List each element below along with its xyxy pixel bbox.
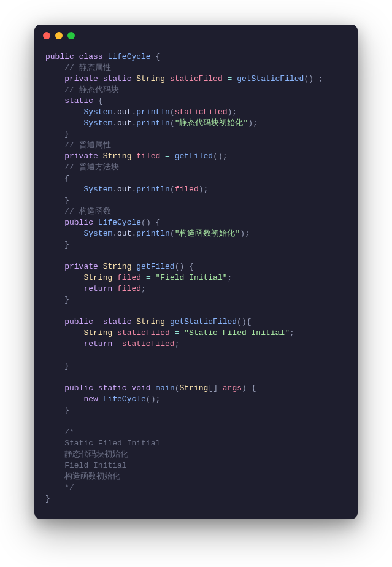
token-mem: out — [117, 185, 131, 194]
token-fn: println — [136, 107, 170, 117]
token-op: = — [165, 152, 170, 161]
token-pn: ) — [240, 229, 245, 238]
code-window: public class LifeCycle { // 静态属性 private… — [34, 25, 358, 519]
token-kw: public — [64, 218, 93, 227]
token-fn: println — [136, 118, 170, 128]
token-cmt: // 静态代码块 — [64, 85, 118, 94]
token-typ: String — [83, 328, 112, 338]
token-cls: getFiled — [136, 262, 174, 271]
token-pn: ] — [213, 384, 218, 393]
token-fn: println — [136, 229, 170, 238]
token-pn: ( — [141, 218, 146, 227]
token-br: { — [156, 218, 161, 227]
token-cmt: 构造函数初始化 — [64, 472, 120, 481]
token-kw: return — [83, 284, 112, 293]
token-br: { — [155, 52, 160, 61]
token-pn: ; — [228, 273, 233, 282]
token-pn: ( — [170, 229, 175, 238]
token-op: = — [146, 273, 151, 282]
token-kw: static — [103, 317, 132, 326]
token-cls: LifeCycle — [107, 52, 150, 61]
token-fn: getFiled — [175, 152, 213, 161]
token-kw: private — [64, 74, 98, 83]
window-titlebar — [34, 25, 358, 47]
token-kw: public — [64, 317, 93, 326]
token-br: { — [64, 174, 69, 183]
token-cmt: // 普通方法块 — [64, 163, 118, 172]
token-var: filed — [136, 152, 160, 161]
token-mem: out — [117, 118, 131, 128]
token-cmt: Static Filed Initial — [64, 439, 160, 448]
token-pn: . — [112, 107, 117, 117]
token-pn: ; — [253, 118, 258, 128]
token-kw: public — [45, 52, 74, 61]
token-pn: [ — [208, 384, 213, 393]
token-kw: return — [83, 339, 112, 349]
token-typ: String — [136, 74, 165, 83]
token-var: staticFiled — [170, 74, 223, 83]
token-var: staticFiled — [175, 107, 228, 117]
token-pn: ; — [204, 185, 209, 194]
close-icon[interactable] — [43, 32, 50, 39]
token-pn: ; — [318, 74, 323, 83]
token-pn: . — [112, 118, 117, 128]
token-cmt: */ — [64, 483, 74, 492]
token-kw: class — [79, 52, 103, 61]
token-op: = — [175, 328, 180, 338]
token-pn: ( — [237, 317, 242, 326]
token-cls: LifeCycle — [98, 218, 141, 227]
token-br: { — [247, 317, 252, 326]
token-var: args — [223, 384, 242, 393]
token-pn: . — [112, 185, 117, 194]
token-var: filed — [117, 284, 141, 293]
token-br: { — [98, 96, 103, 106]
token-pn: ; — [223, 152, 228, 161]
token-kw: private — [64, 152, 98, 161]
token-cmt: 静态代码块初始化 — [64, 450, 128, 459]
maximize-icon[interactable] — [67, 32, 75, 39]
token-pn: ) — [146, 218, 151, 227]
token-pn: ; — [232, 107, 237, 117]
token-fn: println — [136, 185, 170, 194]
token-str: "Static Filed Initial" — [184, 328, 290, 338]
token-obj: System — [83, 118, 112, 128]
token-pn: ) — [242, 384, 247, 393]
minimize-icon[interactable] — [55, 32, 63, 39]
token-cmt: /* — [64, 428, 74, 437]
token-op: = — [228, 74, 233, 83]
token-pn: ; — [175, 339, 180, 349]
token-br: } — [64, 406, 69, 415]
token-obj: System — [83, 107, 112, 117]
token-pn: ( — [175, 262, 180, 271]
token-pn: ( — [170, 185, 175, 194]
token-pn: . — [112, 229, 117, 238]
token-typ: String — [103, 262, 132, 271]
token-kw: static — [98, 384, 127, 393]
token-kw: static — [103, 74, 132, 83]
token-fn: getStaticFiled — [237, 74, 304, 83]
token-kw: static — [64, 96, 93, 106]
token-cmt: // 普通属性 — [64, 141, 110, 150]
token-pn: ( — [213, 152, 218, 161]
token-br: { — [252, 384, 256, 393]
token-br: } — [64, 361, 69, 371]
token-var: filed — [117, 273, 141, 282]
token-cls: LifeCycle — [103, 395, 146, 404]
token-typ: String — [180, 384, 209, 393]
token-pn: ( — [175, 384, 180, 393]
token-typ: String — [83, 273, 112, 282]
token-typ: String — [136, 317, 165, 326]
token-str: "Field Initial" — [156, 273, 228, 282]
token-pn: ) — [309, 74, 313, 83]
code-block: public class LifeCycle { // 静态属性 private… — [34, 47, 358, 519]
token-pn: ( — [146, 395, 151, 404]
token-kw: void — [131, 384, 150, 393]
token-pn: ) — [199, 185, 204, 194]
token-br: } — [64, 240, 69, 249]
token-obj: System — [83, 185, 112, 194]
token-kw: private — [64, 262, 98, 271]
token-pn: ( — [170, 118, 175, 128]
token-var: staticFiled — [122, 339, 175, 349]
token-br: } — [45, 494, 50, 503]
token-pn: ) — [218, 152, 223, 161]
